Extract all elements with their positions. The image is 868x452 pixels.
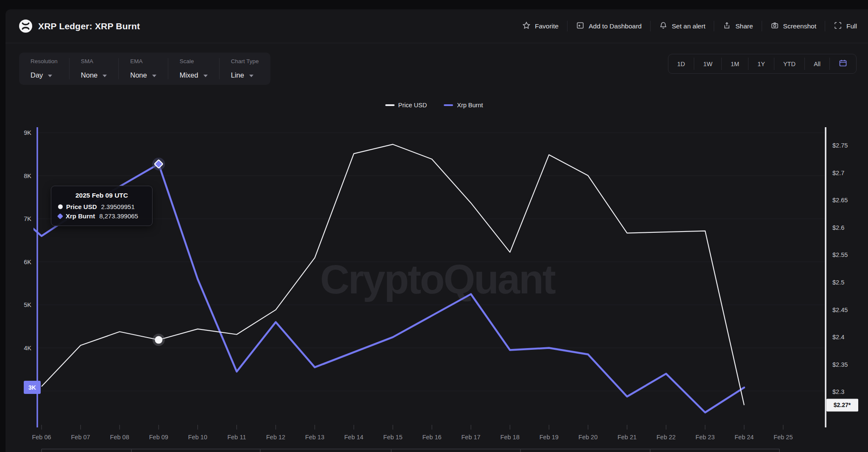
chevron-down-icon (103, 75, 107, 77)
fullscreen-icon (834, 21, 842, 31)
screenshot-label: Screenshot (783, 22, 816, 30)
left-axis-tick-label: 8K (24, 173, 31, 179)
header-left: XRP Ledger: XRP Burnt (19, 20, 140, 33)
x-axis-date-label: Feb 14 (344, 434, 363, 441)
right-axis-tick-label: $2.75 (832, 142, 848, 149)
favorite-button[interactable]: Favorite (522, 21, 559, 31)
chevron-down-icon (48, 75, 52, 77)
price-line-swatch (385, 104, 395, 106)
add-to-dashboard-button[interactable]: Add to Dashboard (576, 21, 642, 31)
x-axis-date-label: Feb 25 (773, 434, 793, 441)
watermark: CryptoQuant (320, 257, 556, 302)
x-axis-date-label: Feb 11 (227, 434, 246, 441)
tooltip-date: 2025 Feb 09 UTC (58, 192, 145, 199)
price-dot-icon (58, 204, 63, 209)
chart-tooltip: 2025 Feb 09 UTC Price USD 2.39509951 Xrp… (51, 186, 153, 226)
left-axis-tick-label: 7K (24, 215, 31, 222)
x-axis-date-label: Feb 20 (579, 434, 598, 441)
range-selector: 1D 1W 1M 1Y YTD All (668, 54, 857, 74)
star-icon (522, 21, 531, 31)
ema-value: None (130, 71, 147, 79)
price-marker-dot (155, 336, 162, 344)
range-ytd[interactable]: YTD (774, 54, 804, 73)
legend-item-burnt[interactable]: Xrp Burnt (444, 102, 483, 109)
header: XRP Ledger: XRP Burnt Favorite Add to Da… (6, 9, 868, 43)
left-axis-tick-label: 4K (24, 345, 31, 352)
set-alert-button[interactable]: Set an alert (659, 21, 705, 31)
board-plus-icon (576, 21, 584, 31)
tooltip-row-price: Price USD 2.39509951 (58, 203, 145, 210)
x-axis-date-label: Feb 06 (32, 434, 51, 441)
page-title: XRP Ledger: XRP Burnt (38, 21, 140, 31)
divider (650, 21, 651, 31)
app-window: XRP Ledger: XRP Burnt Favorite Add to Da… (0, 0, 868, 452)
x-axis-ticks (42, 425, 783, 430)
right-axis-tick-label: $2.55 (832, 251, 848, 258)
right-axis-tick-label: $2.45 (832, 307, 848, 313)
right-axis-tick-label: $2.5 (832, 279, 844, 286)
divider (714, 21, 714, 31)
burnt-badge-label: 3K (28, 384, 36, 391)
tooltip-price-value: 2.39509951 (101, 203, 135, 210)
x-axis-date-label: Feb 19 (540, 434, 559, 441)
burnt-last-value-badge: 3K (24, 381, 41, 394)
chart-plot-area[interactable]: CryptoQuant9K8K7K6K5K4K3K$2.75$2.7$2.65$… (0, 119, 868, 452)
resolution-dropdown[interactable]: Resolution Day (19, 57, 69, 80)
calendar-button[interactable] (830, 54, 856, 73)
x-axis-date-label: Feb 13 (305, 434, 324, 441)
x-axis-date-label: Feb 09 (149, 434, 168, 441)
set-alert-label: Set an alert (672, 22, 705, 30)
range-1y[interactable]: 1Y (748, 54, 774, 73)
screenshot-button[interactable]: Screenshot (771, 21, 816, 31)
price-last-value-badge: $2.27* (826, 399, 858, 411)
x-axis-date-label: Feb 24 (734, 434, 754, 441)
x-axis-date-label: Feb 12 (266, 434, 285, 441)
range-1d[interactable]: 1D (668, 54, 694, 73)
chart-controls: Resolution Day SMA None EMA None Scale M… (19, 53, 270, 85)
sma-dropdown[interactable]: SMA None (70, 57, 118, 80)
share-button[interactable]: Share (723, 21, 753, 31)
price-badge-label: $2.27* (834, 402, 851, 408)
highlight-markers (152, 158, 165, 346)
chevron-down-icon (249, 75, 253, 77)
header-actions: Favorite Add to Dashboard Set an alert S… (522, 21, 857, 31)
left-axis-tick-label: 9K (24, 129, 31, 136)
resolution-value: Day (31, 71, 43, 79)
divider (567, 21, 568, 31)
camera-icon (771, 21, 779, 31)
favorite-label: Favorite (535, 22, 559, 30)
chevron-down-icon (152, 75, 156, 77)
tooltip-burnt-value: 8,273.399065 (99, 212, 138, 220)
left-axis-tick-label: 5K (24, 301, 31, 308)
x-axis-date-label: Feb 10 (188, 434, 207, 441)
share-icon (723, 21, 731, 31)
right-axis-labels: $2.75$2.7$2.65$2.6$2.55$2.5$2.45$2.4$2.3… (832, 142, 848, 395)
ema-label: EMA (130, 58, 142, 64)
legend-item-price[interactable]: Price USD (385, 102, 427, 109)
share-label: Share (735, 22, 753, 30)
chart-legend: Price USD Xrp Burnt (0, 102, 868, 109)
range-1w[interactable]: 1W (694, 54, 721, 73)
x-axis-date-label: Feb 18 (501, 434, 520, 441)
chevron-down-icon (203, 75, 208, 77)
legend-price-label: Price USD (398, 102, 427, 109)
add-to-dashboard-label: Add to Dashboard (589, 22, 642, 30)
right-axis-tick-label: $2.6 (832, 224, 844, 231)
x-axis-labels: Feb 06Feb 07Feb 08Feb 09Feb 10Feb 11Feb … (32, 434, 793, 441)
chart-type-label: Chart Type (231, 58, 259, 64)
bell-icon (659, 21, 668, 31)
scale-dropdown[interactable]: Scale Mixed (168, 57, 219, 80)
sma-value: None (81, 71, 97, 79)
fullscreen-button[interactable]: Full (834, 21, 857, 31)
navigator-strip[interactable] (42, 449, 779, 452)
burnt-line-swatch (444, 104, 453, 106)
x-axis-date-label: Feb 16 (422, 434, 441, 441)
ema-dropdown[interactable]: EMA None (119, 57, 167, 80)
x-axis-date-label: Feb 15 (383, 434, 402, 441)
range-all[interactable]: All (805, 54, 829, 73)
x-axis-date-label: Feb 23 (696, 434, 715, 441)
calendar-icon (838, 59, 848, 69)
range-1m[interactable]: 1M (722, 54, 748, 73)
right-axis-tick-label: $2.3 (832, 388, 844, 395)
chart-type-dropdown[interactable]: Chart Type Line (220, 57, 270, 80)
